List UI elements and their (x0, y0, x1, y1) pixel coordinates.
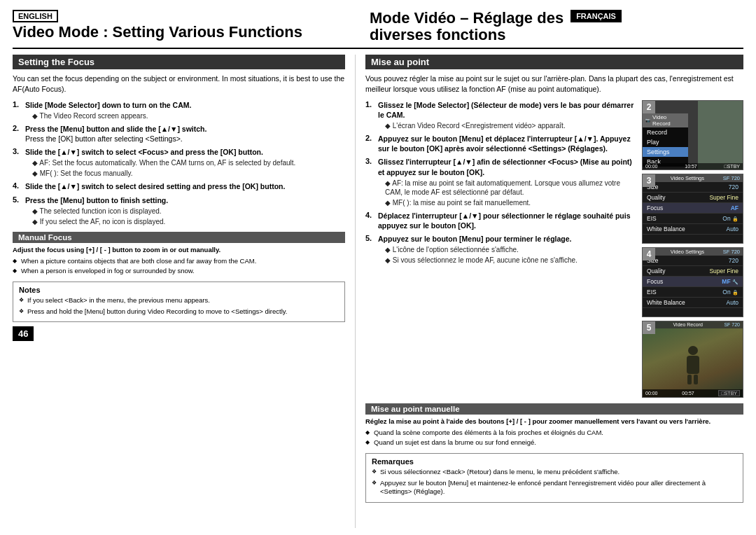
step-1: 1. Slide [Mode Selector] down to turn on… (13, 100, 345, 120)
header: ENGLISH Video Mode : Setting Various Fun… (13, 10, 743, 49)
menu-settings-active: Settings (643, 147, 688, 157)
page-number: 46 (13, 326, 34, 341)
shot-5-label: Video Record (673, 322, 703, 328)
right-manual-focus-sub: Réglez la mise au point à l'aide des bou… (365, 417, 743, 426)
menu-record: Record (643, 127, 688, 137)
r-step-1-num: 1. (365, 100, 378, 109)
cam-shot-3: 3 📷 Video Settings SF 720 Size720 (642, 174, 743, 244)
step-5-note-2: If you select the AF, no icon is display… (32, 217, 345, 226)
content-area: Setting the Focus You can set the focus … (13, 55, 743, 528)
r-step-3-text: Glissez l'interrupteur [▲/▼] afin de sél… (378, 158, 632, 176)
r-step-1-note: L'écran Video Record <Enregistrement vid… (385, 121, 635, 130)
shot-2-num: 2 (643, 101, 655, 113)
notes-box: Notes If you select <Back> in the menu, … (13, 282, 345, 323)
step-5: 5. Press the [Menu] button to finish set… (13, 195, 345, 226)
step-1-num: 1. (13, 100, 25, 109)
step-2-extra: Press the [OK] button after selecting <S… (25, 134, 183, 143)
r-step-5-content: Appuyez sur le bouton [Menu] pour termin… (378, 234, 635, 265)
left-intro: You can set the focus depending on the s… (13, 74, 345, 94)
shot-2-top-label: Video Record (652, 114, 685, 127)
step-4-num: 4. (13, 181, 25, 190)
manual-focus-sub: Adjust the focus using [+] / [ - ] butto… (13, 246, 345, 254)
shot-4-ui: 📷 Video Settings SF 720 Size720 QualityS… (643, 248, 743, 317)
step-5-note-1: The selected function icon is displayed. (32, 207, 345, 216)
cam-shot-2: 2 📷 Video Record Record Play Settings (642, 100, 743, 170)
step-5-content: Press the [Menu] button to finish settin… (25, 195, 345, 226)
r-step-1-text: Glissez le [Mode Selector] (Sélecteur de… (378, 101, 634, 119)
page-num-area: 46 (13, 326, 345, 341)
settings-quality-row-4: QualitySuper Fine (643, 266, 743, 277)
settings-wb-row-4: White BalanceAuto (643, 298, 743, 308)
remarques-box: Remarques Si vous sélectionnez <Back> (R… (365, 453, 743, 503)
r-mf-bullet-2: Quand un sujet est dans la brume ou sur … (365, 438, 743, 447)
shot-4-top: 📷 Video Settings SF 720 (643, 248, 743, 256)
right-column: Mise au point Vous pouvez régler la mise… (356, 55, 743, 528)
step-5-num: 5. (13, 195, 25, 204)
step-2: 2. Press the [Menu] button and slide the… (13, 124, 345, 144)
right-main-title-line1: Mode Vidéo – Réglage des (370, 10, 564, 27)
manual-focus-heading: Manual Focus (13, 232, 345, 243)
r-step-4-content: Déplacez l'interrupteur [▲/▼] pour sélec… (378, 211, 635, 230)
right-title-area: Mode Vidéo – Réglage des diverses foncti… (356, 10, 743, 43)
remarques-item-2: Appuyez sur le bouton [Menu] et maintene… (372, 479, 737, 497)
step-1-text: Slide [Mode Selector] down to turn on th… (25, 101, 191, 109)
right-section-heading: Mise au point (365, 55, 743, 69)
note-item-1: If you select <Back> in the menu, the pr… (19, 296, 339, 305)
shot-4-num: 4 (643, 248, 655, 260)
shot-5-num: 5 (643, 321, 655, 334)
mf-bullet-2: When a person is enveloped in fog or sur… (13, 267, 345, 275)
right-manual-focus-heading: Mise au point manuelle (365, 403, 743, 415)
r-step-5-note-1: L'icône de l'option sélectionnée s'affic… (385, 245, 635, 254)
r-step-3-num: 3. (365, 157, 378, 165)
r-step-3-note-1: AF: la mise au point se fait automatique… (385, 179, 635, 197)
r-step-3-note-2: MF( ): la mise au point se fait manuelle… (385, 198, 635, 207)
settings-quality-row-3: QualitySuper Fine (643, 193, 743, 203)
step-3-content: Slide the [▲/▼] switch to select <Focus>… (25, 147, 345, 178)
left-main-title: Video Mode : Setting Various Functions (13, 24, 356, 41)
manual-focus-bullets: When a picture contains objects that are… (13, 257, 345, 276)
r-step-5-note-2: Si vous sélectionnez le mode AF, aucune … (385, 256, 635, 265)
figure-silhouette (682, 346, 704, 384)
shot-2-menu-top: 📷 Video Record (643, 113, 688, 127)
menu-play: Play (643, 137, 688, 147)
right-main-title-line2: diverses fonctions (370, 27, 564, 43)
note-item-2: Press and hold the [Menu] button during … (19, 307, 339, 317)
shot-3-num: 3 (643, 174, 655, 187)
settings-size-row-3: Size720 (643, 182, 743, 193)
r-step-1-content: Glissez le [Mode Selector] (Sélecteur de… (378, 100, 635, 130)
r-step-2-text: Appuyez sur le bouton [Menu] et déplacez… (378, 134, 631, 153)
r-step-1: 1. Glissez le [Mode Selector] (Sélecteur… (365, 100, 635, 130)
settings-eis-row-4: EISOn 🔒 (643, 287, 743, 298)
step-4-content: Slide the [▲/▼] switch to select desired… (25, 181, 345, 191)
shot-2-ui: 📷 Video Record Record Play Settings Back… (643, 101, 743, 169)
step-2-content: Press the [Menu] button and slide the [▲… (25, 124, 345, 144)
page: ENGLISH Video Mode : Setting Various Fun… (0, 0, 756, 535)
remarques-item-1: Si vous sélectionnez <Back> (Retour) dan… (372, 468, 737, 477)
right-intro: Vous pouvez régler la mise au point sur … (365, 74, 743, 94)
step-3-num: 3. (13, 147, 25, 155)
settings-eis-row-3: EISOn 🔒 (643, 214, 743, 224)
settings-wb-row-3: White BalanceAuto (643, 224, 743, 235)
step-3-text: Slide the [▲/▼] switch to select <Focus>… (25, 148, 263, 156)
step-4: 4. Slide the [▲/▼] switch to select desi… (13, 181, 345, 191)
r-step-5: 5. Appuyez sur le bouton [Menu] pour ter… (365, 234, 635, 265)
left-section-heading: Setting the Focus (13, 55, 345, 69)
right-title-text: Mode Vidéo – Réglage des diverses foncti… (370, 10, 564, 43)
r-step-2-content: Appuyez sur le bouton [Menu] et déplacez… (378, 134, 635, 153)
r-step-4-text: Déplacez l'interrupteur [▲/▼] pour sélec… (378, 211, 631, 230)
left-steps-list: 1. Slide [Mode Selector] down to turn on… (13, 100, 345, 226)
settings-focus-row-3: FocusAF (643, 203, 743, 214)
right-header-row: Mode Vidéo – Réglage des diverses foncti… (370, 10, 743, 43)
step-4-text: Slide the [▲/▼] switch to select desired… (25, 182, 285, 190)
step-1-note-1: The Video Record screen appears. (32, 111, 345, 120)
shot-3-ui: 📷 Video Settings SF 720 Size720 QualityS… (643, 174, 743, 243)
shot-4-label: Video Settings (671, 249, 704, 255)
settings-focus-row-4: FocusMF 🔧 (643, 277, 743, 287)
shot-3-top: 📷 Video Settings SF 720 (643, 174, 743, 182)
r-step-3-content: Glissez l'interrupteur [▲/▼] afin de sél… (378, 157, 635, 207)
notes-heading: Notes (19, 286, 339, 294)
shot-2-bottom: 00:0010:57□STBY (643, 163, 743, 169)
r-step-3: 3. Glissez l'interrupteur [▲/▼] afin de … (365, 157, 635, 207)
mf-bullet-1: When a picture contains objects that are… (13, 257, 345, 265)
step-2-num: 2. (13, 124, 25, 132)
